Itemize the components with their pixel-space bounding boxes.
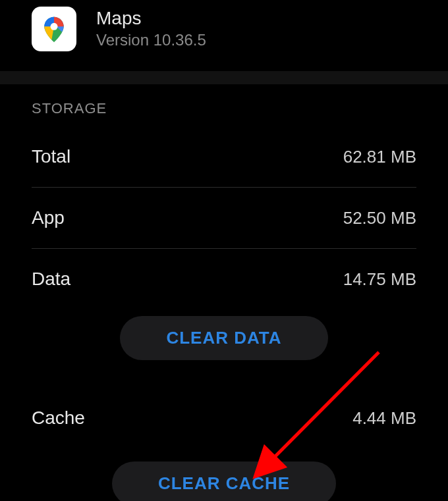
clear-data-container: CLEAR DATA bbox=[32, 316, 416, 360]
row-data-value: 14.75 MB bbox=[343, 269, 416, 290]
row-app-label: App bbox=[32, 207, 65, 228]
row-total-value: 62.81 MB bbox=[343, 147, 416, 167]
row-data: Data 14.75 MB bbox=[32, 269, 416, 309]
google-maps-pin-icon bbox=[40, 14, 69, 43]
section-title: STORAGE bbox=[32, 100, 416, 117]
row-app-value: 52.50 MB bbox=[343, 208, 416, 228]
app-version: Version 10.36.5 bbox=[96, 31, 206, 49]
section-divider bbox=[0, 71, 448, 84]
row-cache-label: Cache bbox=[32, 408, 85, 429]
row-app: App 52.50 MB bbox=[32, 207, 416, 249]
row-cache: Cache 4.44 MB bbox=[32, 376, 416, 455]
clear-cache-container: CLEAR CACHE bbox=[32, 461, 416, 501]
app-name: Maps bbox=[96, 9, 206, 29]
app-header: Maps Version 10.36.5 bbox=[0, 7, 448, 71]
svg-point-0 bbox=[51, 23, 58, 30]
app-info: Maps Version 10.36.5 bbox=[96, 9, 206, 50]
storage-section: STORAGE Total 62.81 MB App 52.50 MB Data… bbox=[0, 84, 448, 501]
app-storage-screen: Maps Version 10.36.5 STORAGE Total 62.81… bbox=[0, 0, 448, 501]
row-data-label: Data bbox=[32, 269, 70, 290]
maps-app-icon bbox=[32, 7, 76, 51]
row-total: Total 62.81 MB bbox=[32, 146, 416, 188]
clear-data-button[interactable]: CLEAR DATA bbox=[120, 316, 327, 360]
row-total-label: Total bbox=[32, 146, 70, 167]
clear-cache-button[interactable]: CLEAR CACHE bbox=[112, 461, 336, 501]
row-cache-value: 4.44 MB bbox=[352, 408, 416, 429]
